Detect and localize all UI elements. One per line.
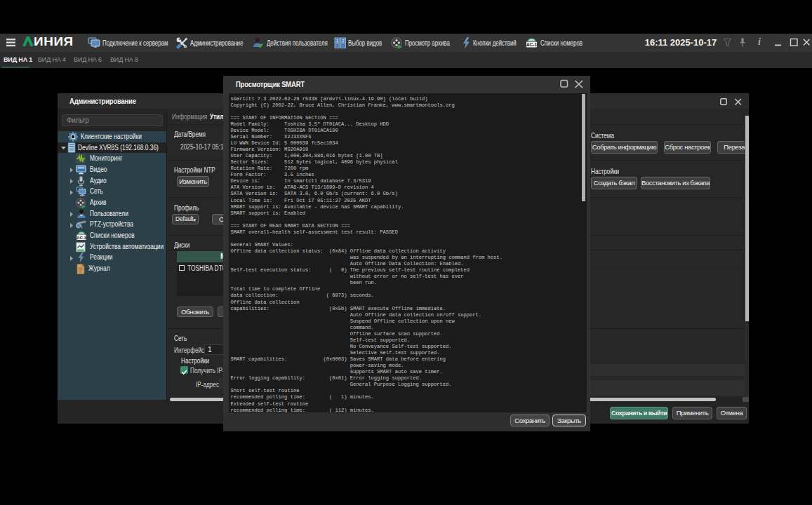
svg-text:AC-1: AC-1 — [76, 235, 86, 239]
svg-text:AC-1: AC-1 — [526, 42, 538, 47]
